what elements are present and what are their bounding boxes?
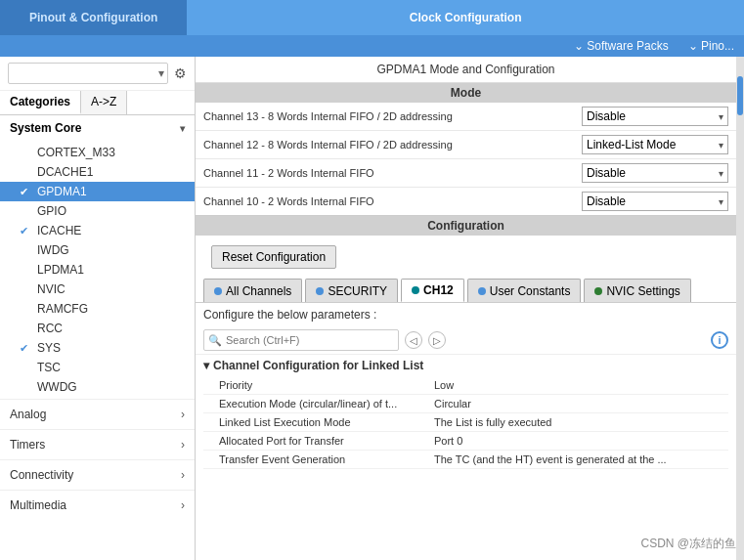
gpio-label: GPIO <box>37 204 179 218</box>
sys-label: SYS <box>37 341 179 355</box>
config-search-bar: 🔍 ◁ ▷ i <box>196 326 736 355</box>
tree-item-gpio[interactable]: GPIO <box>0 201 195 221</box>
gear-icon[interactable]: ⚙ <box>174 65 187 81</box>
tab-dot-ch12 <box>412 286 419 294</box>
mode-select-0[interactable]: Disable ▾ <box>582 107 728 126</box>
tree-item-dcache1[interactable]: DCACHE1 <box>0 162 195 182</box>
gpio-check <box>20 205 33 217</box>
tree-item-gpdma1[interactable]: ✔ GPDMA1 <box>0 182 195 201</box>
config-search-icon: 🔍 <box>208 334 222 347</box>
cortex-label: CORTEX_M33 <box>37 146 179 159</box>
cat-multimedia[interactable]: Multimedia › <box>0 490 195 520</box>
rcc-label: RCC <box>37 322 179 335</box>
param-label-2: Linked List Execution Mode <box>219 416 434 428</box>
content-title: GPDMA1 Mode and Configuration <box>196 57 736 83</box>
sel-arrow-3: ▾ <box>719 196 723 207</box>
iwdg-label: IWDG <box>37 243 179 257</box>
sidebar-tabs: Categories A->Z <box>0 91 195 115</box>
config-tab-security[interactable]: SECURITY <box>305 279 398 302</box>
iwdg-check <box>20 244 33 256</box>
tab-dot-user-constants <box>478 287 486 295</box>
tree-item-rcc[interactable]: RCC <box>0 319 195 338</box>
reset-config-button[interactable]: Reset Configuration <box>211 245 336 269</box>
param-row-4: Transfer Event Generation The TC (and th… <box>203 451 728 469</box>
config-tab-ch12[interactable]: CH12 <box>401 279 464 302</box>
sel-arrow-1: ▾ <box>719 140 723 151</box>
config-section: Reset Configuration All Channels SECURIT… <box>196 236 736 560</box>
mode-header: Mode <box>196 83 736 103</box>
search-dropdown-arrow[interactable]: ▾ <box>155 66 167 80</box>
tab-dot-nvic-settings <box>594 287 602 295</box>
param-row-1: Execution Mode (circular/linear) of t...… <box>203 395 728 413</box>
mode-select-2[interactable]: Disable ▾ <box>582 163 728 183</box>
tree-item-wwdg[interactable]: WWDG <box>0 377 195 397</box>
nav-prev-btn[interactable]: ◁ <box>405 331 422 349</box>
tree-item-cortex[interactable]: CORTEX_M33 <box>0 143 195 162</box>
param-value-2: The List is fully executed <box>434 416 713 428</box>
mode-label-3: Channel 10 - 2 Words Internal FIFO <box>203 195 582 207</box>
config-search-input[interactable] <box>226 334 394 346</box>
config-tab-all-channels[interactable]: All Channels <box>203 279 302 302</box>
system-core-header[interactable]: System Core ▾ <box>0 115 195 141</box>
icache-label: ICACHE <box>37 224 179 237</box>
sidebar-tree: System Core ▾ CORTEX_M33 DCACHE1 ✔ GPDMA… <box>0 115 195 560</box>
cat-connectivity[interactable]: Connectivity › <box>0 459 195 490</box>
ramcfg-check <box>20 303 33 315</box>
params-table: ▾ Channel Configuration for Linked List … <box>196 355 736 560</box>
tree-item-lpdma1[interactable]: LPDMA1 <box>0 260 195 280</box>
info-icon[interactable]: i <box>711 331 728 349</box>
lpdma1-label: LPDMA1 <box>37 263 179 277</box>
param-row-0: Priority Low <box>203 376 728 395</box>
tab-pinout[interactable]: Pinout & Configuration <box>0 0 187 35</box>
mode-row-0: Channel 13 - 8 Words Internal FIFO / 2D … <box>196 103 736 131</box>
tab-categories[interactable]: Categories <box>0 91 81 114</box>
cat-connectivity-arrow: › <box>181 468 185 482</box>
config-header: Configuration <box>196 216 736 236</box>
tree-item-tsc[interactable]: TSC <box>0 358 195 377</box>
content-area: GPDMA1 Mode and Configuration Mode Chann… <box>196 57 736 560</box>
config-search-box[interactable]: 🔍 <box>203 329 399 351</box>
cat-timers-label: Timers <box>10 438 45 452</box>
tab-clock[interactable]: Clock Configuration <box>187 0 744 35</box>
wwdg-check <box>20 381 33 393</box>
icache-check: ✔ <box>20 225 33 237</box>
param-value-3: Port 0 <box>434 435 713 447</box>
mode-row-3: Channel 10 - 2 Words Internal FIFO Disab… <box>196 188 736 215</box>
cat-analog[interactable]: Analog › <box>0 399 195 429</box>
tree-item-icache[interactable]: ✔ ICACHE <box>0 221 195 240</box>
mode-select-1[interactable]: Linked-List Mode ▾ <box>582 135 728 154</box>
mode-row-1: Channel 12 - 8 Words Internal FIFO / 2D … <box>196 131 736 159</box>
software-bar: ⌄ Software Packs ⌄ Pino... <box>0 35 744 57</box>
ramcfg-label: RAMCFG <box>37 302 179 316</box>
right-scrollbar[interactable] <box>736 57 744 560</box>
tab-az[interactable]: A->Z <box>81 91 127 114</box>
param-label-1: Execution Mode (circular/linear) of t... <box>219 398 434 409</box>
rcc-check <box>20 323 33 334</box>
nvic-label: NVIC <box>37 282 179 296</box>
mode-label-1: Channel 12 - 8 Words Internal FIFO / 2D … <box>203 139 582 151</box>
pinout-btn[interactable]: ⌄ Pino... <box>688 39 734 53</box>
params-expand-arrow: ▾ <box>203 359 209 372</box>
search-input[interactable] <box>9 67 155 79</box>
watermark: CSDN @冻结的鱼 <box>640 536 736 552</box>
param-value-0: Low <box>434 379 713 391</box>
cortex-check <box>20 147 33 158</box>
gpdma1-label: GPDMA1 <box>37 185 179 198</box>
software-packs-btn[interactable]: ⌄ Software Packs <box>574 39 669 53</box>
tree-item-iwdg[interactable]: IWDG <box>0 240 195 260</box>
tree-item-ramcfg[interactable]: RAMCFG <box>0 299 195 319</box>
search-box[interactable]: ▾ <box>8 63 168 84</box>
config-tab-user-constants[interactable]: User Constants <box>467 279 582 302</box>
nav-next-btn[interactable]: ▷ <box>428 331 446 349</box>
tree-item-nvic[interactable]: NVIC <box>0 280 195 299</box>
sel-arrow-0: ▾ <box>719 111 723 122</box>
params-section-header[interactable]: ▾ Channel Configuration for Linked List <box>203 355 728 376</box>
tree-item-sys[interactable]: ✔ SYS <box>0 338 195 358</box>
param-label-3: Allocated Port for Transfer <box>219 435 434 447</box>
config-tab-nvic-settings[interactable]: NVIC Settings <box>584 279 690 302</box>
tsc-label: TSC <box>37 361 179 374</box>
cat-timers[interactable]: Timers › <box>0 429 195 459</box>
mode-select-3[interactable]: Disable ▾ <box>582 192 728 211</box>
param-row-3: Allocated Port for Transfer Port 0 <box>203 432 728 451</box>
param-value-4: The TC (and the HT) event is generated a… <box>434 453 713 465</box>
